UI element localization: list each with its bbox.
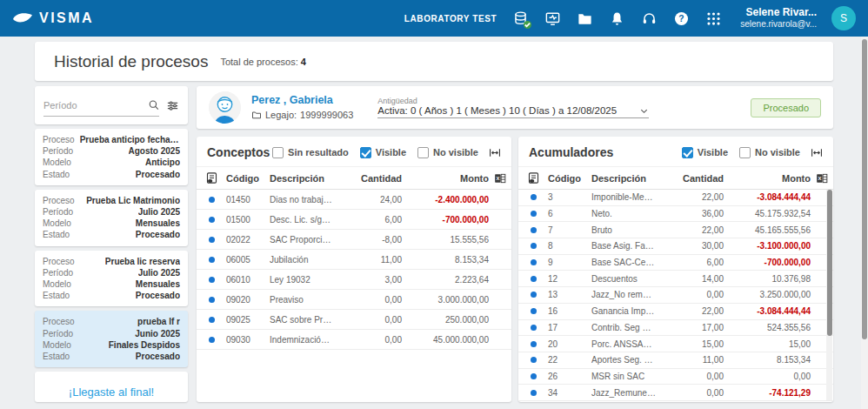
acumuladores-table-row[interactable]: 3 Imponible-Mensual 22,00 -3.084.444,44 xyxy=(518,190,833,206)
acumuladores-table-row[interactable]: 34 Jazz_Remuneracion1 0,00 -74.121,29 xyxy=(518,385,833,401)
codigo-cell: 06010 xyxy=(226,275,270,285)
modelo-label: Modelo xyxy=(43,218,71,229)
employee-header: Perez , Gabriela Legajo: 1999999063 Anti… xyxy=(197,86,833,129)
conceptos-table-row[interactable]: 06005 Jubilación 11,00 8.153,34 xyxy=(197,250,511,270)
employee-avatar xyxy=(209,91,241,124)
conceptos-table-row[interactable]: 01450 Dias no trabajados 24,00 -2.400.00… xyxy=(197,190,511,210)
acumuladores-scrollbar-thumb[interactable] xyxy=(827,190,832,336)
acumuladores-table-row[interactable]: 12 Descuentos 14,00 10.376,98 xyxy=(518,271,833,287)
cantidad-cell: 30,00 xyxy=(661,241,724,251)
modelo-value: Anticipo xyxy=(145,157,180,168)
monto-cell: 8.153,34 xyxy=(724,355,811,365)
top-bar: VISMA LABORATORY TEST xyxy=(0,0,868,37)
conceptos-filters: Sin resultado Visible No visible xyxy=(272,147,478,158)
descripcion-cell: Jubilación xyxy=(270,255,339,265)
acumuladores-table-row[interactable]: 17 Contrib. Seg Soc. 17,00 524.355,56 xyxy=(518,320,833,337)
codigo-cell: 13 xyxy=(548,290,591,299)
periodo-value: Agosto 2025 xyxy=(129,145,180,157)
checkbox[interactable] xyxy=(682,147,693,158)
codigo-cell: 26 xyxy=(548,372,591,381)
folder-icon[interactable] xyxy=(576,10,593,27)
filter-checkbox[interactable]: Sin resultado xyxy=(272,147,349,158)
checkbox[interactable] xyxy=(417,147,429,158)
acumuladores-rows: 3 Imponible-Mensual 22,00 -3.084.444,44 … xyxy=(518,190,833,402)
conceptos-table-row[interactable]: 09030 Indemnización por Antigüed... 0,00… xyxy=(197,330,511,350)
proceso-value: Prueba Lic Matrimonio xyxy=(86,195,180,206)
filter-checkbox[interactable]: Visible xyxy=(682,147,728,158)
conceptos-table-row[interactable]: 09020 Preaviso 0,00 3.000.000,00 xyxy=(197,290,511,310)
periodo-label: Período xyxy=(43,206,73,218)
period-search-input[interactable] xyxy=(43,100,148,111)
conceptos-table-row[interactable]: 02022 SAC Proporcional -8,00 15.555,56 xyxy=(197,230,511,250)
conceptos-table-row[interactable]: 09025 SAC sobre Preaviso 0,00 250.000,00 xyxy=(197,310,511,330)
estado-value: Procesado xyxy=(136,290,180,301)
acumuladores-table-row[interactable]: 26 MSR sin SAC 0,00 0,00 xyxy=(518,369,833,386)
checkbox[interactable] xyxy=(739,147,751,158)
codigo-cell: 7 xyxy=(548,225,591,235)
process-list-item[interactable]: ProcesoPrueba anticipo fecha pago j... P… xyxy=(35,129,188,185)
descripcion-cell: Ganancia Imponible xyxy=(591,306,661,316)
search-icon[interactable] xyxy=(148,98,159,111)
monto-cell: 45.175.932,54 xyxy=(724,209,811,218)
acumuladores-table-row[interactable]: 6 Neto. 36,00 45.175.932,54 xyxy=(518,206,833,223)
conceptos-title: Conceptos xyxy=(207,145,270,159)
checkbox[interactable] xyxy=(360,147,371,158)
monitor-icon[interactable] xyxy=(544,10,561,27)
conceptos-table-row[interactable]: 06010 Ley 19032 3,00 2.223,64 xyxy=(197,270,511,290)
modelo-label: Modelo xyxy=(43,339,71,351)
acumuladores-table-row[interactable]: 16 Ganancia Imponible 22,00 -3.084.444,4… xyxy=(518,304,833,320)
page-scrollbar-thumb[interactable] xyxy=(862,39,867,339)
page-scrollbar[interactable] xyxy=(861,37,868,409)
conceptos-table-row[interactable]: 01500 Desc. Lic. s/goce de Haberes 6,00 … xyxy=(197,210,511,230)
user-info[interactable]: Selene Rivar... selene.rivarola@v... xyxy=(740,6,817,30)
descripcion-cell: Aportes Seg. Soc. xyxy=(591,355,661,365)
acumuladores-table-row[interactable]: 7 Bruto 22,00 45.165.555,56 xyxy=(518,222,833,238)
acumuladores-table-row[interactable]: 20 Porc. ANSSAL Calculado 15,00 15,00 xyxy=(518,336,833,352)
filter-checkbox[interactable]: No visible xyxy=(739,147,800,158)
help-icon[interactable]: ? xyxy=(672,10,690,27)
row-status-dot xyxy=(531,308,537,314)
acumuladores-table-row[interactable]: 22 Aportes Seg. Soc. 11,00 8.153,34 xyxy=(518,352,833,369)
expand-panel-icon[interactable] xyxy=(811,147,823,158)
user-avatar[interactable]: S xyxy=(831,6,856,30)
headset-icon[interactable] xyxy=(640,10,658,27)
filter-checkbox[interactable]: No visible xyxy=(417,147,478,158)
checkbox[interactable] xyxy=(272,147,284,158)
proceso-value: Prueba lic reserva xyxy=(105,256,180,267)
descripcion-cell: Descuentos xyxy=(591,274,661,284)
descripcion-cell: SAC Proporcional xyxy=(270,235,339,245)
filter-checkbox[interactable]: Visible xyxy=(360,147,406,158)
brand-text: VISMA xyxy=(39,10,94,26)
excel-export-icon[interactable]: X xyxy=(811,172,833,184)
acumuladores-table-row[interactable]: 13 Jazz_No remunerativos 0,00 3.250.000,… xyxy=(518,287,833,304)
cantidad-cell: 22,00 xyxy=(661,306,724,316)
database-icon[interactable] xyxy=(511,10,529,27)
excel-export-icon[interactable]: X xyxy=(489,172,511,184)
column-visibility-icon[interactable] xyxy=(518,171,548,184)
column-visibility-icon[interactable] xyxy=(197,171,226,184)
employee-name[interactable]: Perez , Gabriela xyxy=(251,93,353,109)
antiguedad-select[interactable]: Activa: 0 ( Años ) 1 ( Meses ) 10 ( Días… xyxy=(377,105,649,118)
acumuladores-scrollbar[interactable] xyxy=(826,190,832,400)
filter-sliders-icon[interactable] xyxy=(166,99,179,112)
database-status-badge xyxy=(524,21,531,29)
acumuladores-table-row[interactable]: 9 Base SAC-Cert-Desp 6,00 -700.000,00 xyxy=(518,255,833,272)
monto-cell: 250.000,00 xyxy=(402,315,489,325)
modelo-label: Modelo xyxy=(43,278,71,290)
process-list-item[interactable]: ProcesoPrueba lic reserva PeríodoJulio 2… xyxy=(35,251,188,307)
row-status-dot xyxy=(531,325,537,331)
expand-panel-icon[interactable] xyxy=(489,147,501,158)
process-list-item[interactable]: Procesoprueba lf r PeríodoJunio 2025 Mod… xyxy=(35,311,188,367)
visma-logo[interactable]: VISMA xyxy=(12,10,94,26)
process-list-item[interactable]: ProcesoPrueba Lic Matrimonio PeríodoJuli… xyxy=(35,190,188,246)
acumuladores-table-row[interactable]: 8 Base Asig. Familiares 30,00 -3.100.000… xyxy=(518,238,833,255)
antiguedad-field: Antigüedad Activa: 0 ( Años ) 1 ( Meses … xyxy=(377,97,649,118)
filter-label: Sin resultado xyxy=(288,147,349,158)
monto-cell: 2.223,64 xyxy=(402,275,489,285)
codigo-header: Código xyxy=(226,173,270,184)
row-status-dot xyxy=(209,197,215,203)
filter-label: No visible xyxy=(755,147,800,158)
monto-cell: 45.000.000,00 xyxy=(402,335,489,345)
apps-grid-icon[interactable] xyxy=(704,10,722,27)
bell-icon[interactable] xyxy=(608,10,625,27)
